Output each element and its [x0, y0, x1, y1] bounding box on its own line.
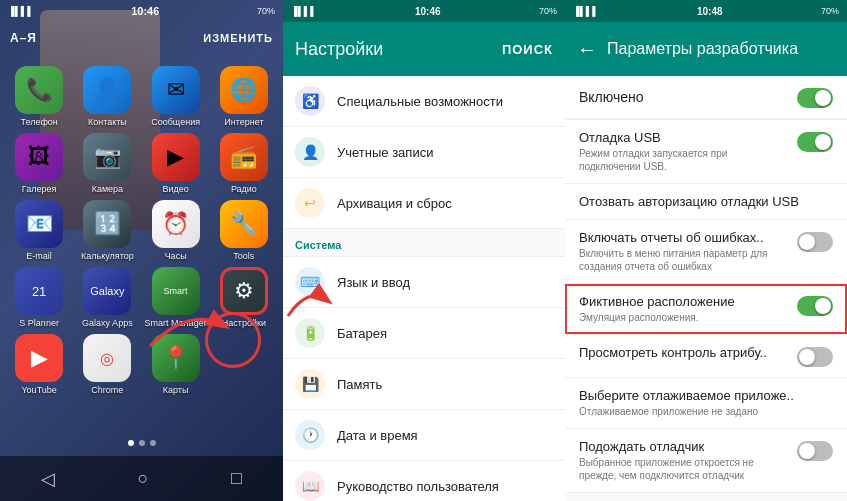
devopt-debug-app-title: Выберите отлаживаемое приложе..	[579, 388, 833, 403]
app-icon-galaxyapps[interactable]: Galaxy Galaxy Apps	[76, 267, 138, 328]
status-bar-home: ▐▌▌▌ 10:46 70%	[0, 0, 283, 22]
settings-item-datetime[interactable]: 🕐 Дата и время	[283, 410, 565, 461]
messages-icon: ✉	[152, 66, 200, 114]
dot-2	[139, 440, 145, 446]
accounts-label: Учетные записи	[337, 145, 433, 160]
phone-label: Телефон	[20, 117, 57, 127]
app-icon-tools[interactable]: 🔧 Tools	[213, 200, 275, 261]
devopt-item-mock-location[interactable]: Фиктивное расположение Эмуляция располож…	[565, 284, 847, 335]
app-icon-youtube[interactable]: ▶ YouTube	[8, 334, 70, 395]
settings-search-button[interactable]: ПОИСК	[502, 42, 553, 57]
backup-label: Архивация и сброс	[337, 196, 452, 211]
app-icon-clock[interactable]: ⏰ Часы	[145, 200, 207, 261]
app-icon-internet[interactable]: 🌐 Интернет	[213, 66, 275, 127]
app-icon-radio[interactable]: 📻 Радио	[213, 133, 275, 194]
settings-item-accessibility[interactable]: ♿ Специальные возможности	[283, 76, 565, 127]
datetime-label: Дата и время	[337, 428, 418, 443]
status-time-home: 10:46	[131, 5, 159, 17]
dot-3	[150, 440, 156, 446]
app-icon-messages[interactable]: ✉ Сообщения	[145, 66, 207, 127]
home-edit-button[interactable]: ИЗМЕНИТЬ	[203, 32, 273, 44]
settings-item-accounts[interactable]: 👤 Учетные записи	[283, 127, 565, 178]
devopt-revoke-content: Отозвать авторизацию отладки USB	[579, 194, 833, 209]
clock-icon: ⏰	[152, 200, 200, 248]
recents-nav-button[interactable]: □	[231, 468, 242, 489]
settings-title: Настройки	[295, 39, 383, 60]
devopt-item-bug-reports[interactable]: Включать отчеты об ошибках.. Включить в …	[565, 220, 847, 284]
app-icon-smartmanager[interactable]: Smart Smart Manager	[145, 267, 207, 328]
app-icon-gallery[interactable]: 🖼 Галерея	[8, 133, 70, 194]
devopt-time: 10:48	[697, 6, 723, 17]
arrow-to-developer	[283, 281, 333, 321]
devopt-header: ← Параметры разработчика	[565, 22, 847, 76]
devopt-view-attr-content: Просмотреть контроль атрибу..	[579, 345, 789, 360]
manual-label: Руководство пользователя	[337, 479, 499, 494]
camera-icon: 📷	[83, 133, 131, 181]
devopt-item-debug-app[interactable]: Выберите отлаживаемое приложе.. Отлажива…	[565, 378, 847, 429]
calc-label: Калькулятор	[81, 251, 134, 261]
usb-debug-toggle[interactable]	[797, 132, 833, 152]
devopt-item-view-attr[interactable]: Просмотреть контроль атрибу..	[565, 335, 847, 378]
app-icon-chrome[interactable]: ◎ Chrome	[76, 334, 138, 395]
devopt-usb-debug-title: Отладка USB	[579, 130, 789, 145]
settings-item-memory[interactable]: 💾 Память	[283, 359, 565, 410]
devopt-wait-debugger-title: Подождать отладчик	[579, 439, 789, 454]
dot-1	[128, 440, 134, 446]
home-navigation: ◁ ○ □	[0, 456, 283, 501]
memory-label: Память	[337, 377, 382, 392]
video-icon: ▶	[152, 133, 200, 181]
app-icon-phone[interactable]: 📞 Телефон	[8, 66, 70, 127]
maps-icon: 📍	[152, 334, 200, 382]
devopt-status-bar: ▐▌▌▌ 10:48 70%	[565, 0, 847, 22]
wait-debugger-toggle[interactable]	[797, 441, 833, 461]
devopt-usb-debug-content: Отладка USB Режим отладки запускается пр…	[579, 130, 789, 173]
devopt-enabled-toggle[interactable]	[797, 88, 833, 108]
settings-label: Настройки	[222, 318, 266, 328]
devopt-item-revoke-usb[interactable]: Отозвать авторизацию отладки USB	[565, 184, 847, 220]
app-icon-contacts[interactable]: 👤 Контакты	[76, 66, 138, 127]
back-nav-button[interactable]: ◁	[41, 468, 55, 490]
bug-reports-toggle[interactable]	[797, 232, 833, 252]
app-icon-settings[interactable]: ⚙ Настройки	[213, 267, 275, 328]
devopt-back-button[interactable]: ←	[577, 38, 597, 61]
app-icon-splanner[interactable]: 21 S Planner	[8, 267, 70, 328]
radio-label: Радио	[231, 184, 257, 194]
home-nav-button[interactable]: ○	[138, 468, 149, 489]
internet-icon: 🌐	[220, 66, 268, 114]
settings-time: 10:46	[415, 6, 441, 17]
devopt-mock-desc: Эмуляция расположения.	[579, 311, 789, 324]
devopt-debug-app-content: Выберите отлаживаемое приложе.. Отлажива…	[579, 388, 833, 418]
tools-icon: 🔧	[220, 200, 268, 248]
devopt-view-attr-title: Просмотреть контроль атрибу..	[579, 345, 789, 360]
clock-label: Часы	[165, 251, 187, 261]
app-icon-video[interactable]: ▶ Видео	[145, 133, 207, 194]
youtube-label: YouTube	[21, 385, 56, 395]
gallery-label: Галерея	[22, 184, 57, 194]
splanner-icon: 21	[15, 267, 63, 315]
settings-item-backup[interactable]: ↩ Архивация и сброс	[283, 178, 565, 229]
devopt-revoke-title: Отозвать авторизацию отладки USB	[579, 194, 833, 209]
app-icon-email[interactable]: 📧 E-mail	[8, 200, 70, 261]
mock-location-toggle[interactable]	[797, 296, 833, 316]
battery-icon: 🔋	[295, 318, 325, 348]
camera-label: Камера	[92, 184, 123, 194]
devopt-enabled-label: Включено	[579, 89, 644, 105]
devopt-item-usb-debug[interactable]: Отладка USB Режим отладки запускается пр…	[565, 120, 847, 184]
app-icon-maps[interactable]: 📍 Карты	[145, 334, 207, 395]
settings-battery: 70%	[539, 6, 557, 16]
email-label: E-mail	[26, 251, 52, 261]
backup-icon: ↩	[295, 188, 325, 218]
home-screen: ▐▌▌▌ 10:46 70% А–Я ИЗМЕНИТЬ 📞 Телефон 👤 …	[0, 0, 283, 501]
calc-icon: 🔢	[83, 200, 131, 248]
smartmanager-label: Smart Manager	[145, 318, 207, 328]
devopt-battery: 70%	[821, 6, 839, 16]
devopt-list: Отладка USB Режим отладки запускается пр…	[565, 120, 847, 501]
view-attr-toggle[interactable]	[797, 347, 833, 367]
settings-item-manual[interactable]: 📖 Руководство пользователя	[283, 461, 565, 501]
home-az-label: А–Я	[10, 31, 37, 45]
devopt-item-wait-debugger[interactable]: Подождать отладчик Выбранное приложение …	[565, 429, 847, 493]
devopt-wait-debugger-content: Подождать отладчик Выбранное приложение …	[579, 439, 789, 482]
app-icon-camera[interactable]: 📷 Камера	[76, 133, 138, 194]
app-icon-calc[interactable]: 🔢 Калькулятор	[76, 200, 138, 261]
phone-icon: 📞	[15, 66, 63, 114]
